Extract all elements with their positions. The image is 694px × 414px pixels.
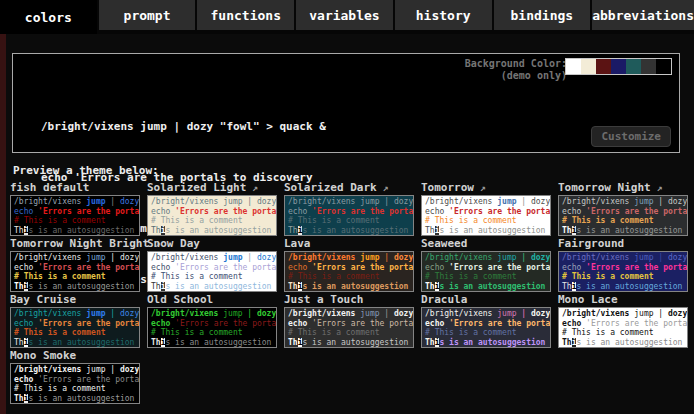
sample-line-autosuggestion: This is an autosuggestion: [14, 394, 139, 404]
theme-title[interactable]: Just a Touch: [284, 293, 414, 305]
sample-line-command: /bright/vixens jump | dozy "fowl" > quac…: [288, 197, 413, 207]
sample-line-error: echo 'Errors are the portals to discover…: [14, 263, 139, 273]
background-swatch-5[interactable]: [641, 59, 656, 74]
theme-preview[interactable]: /bright/vixens jump | dozy "fowl" > quac…: [10, 251, 140, 292]
sample-line-comment: # This is a comment: [425, 272, 550, 282]
theme-title[interactable]: Dracula: [421, 293, 551, 305]
sample-line-autosuggestion: This is an autosuggestion: [14, 338, 139, 348]
tab-variables[interactable]: variables: [296, 0, 393, 30]
theme-title[interactable]: Mono Lace: [558, 293, 688, 305]
external-link-icon[interactable]: ↗: [246, 182, 258, 193]
customize-button[interactable]: Customize: [591, 126, 671, 147]
sample-line-command: /bright/vixens jump | dozy "fowl" > quac…: [288, 253, 413, 263]
sample-line-error: echo 'Errors are the portals to discover…: [425, 207, 550, 217]
theme-preview[interactable]: /bright/vixens jump | dozy "fowl" > quac…: [284, 307, 414, 348]
sample-line-error: echo 'Errors are the portals to discover…: [562, 263, 687, 273]
external-link-icon[interactable]: ↗: [377, 182, 389, 193]
sample-line-error: echo 'Errors are the portals to discover…: [151, 263, 276, 273]
theme-preview[interactable]: /bright/vixens jump | dozy "fowl" > quac…: [10, 363, 140, 404]
background-swatch-1[interactable]: [581, 59, 596, 74]
sample-line-comment: # This is a comment: [14, 384, 139, 394]
tab-functions[interactable]: functions: [197, 0, 294, 30]
sample-line-error: echo 'Errors are the portals to discover…: [288, 263, 413, 273]
sample-line-comment: # This is a comment: [151, 216, 276, 226]
theme-preview[interactable]: /bright/vixens jump | dozy "fowl" > quac…: [147, 307, 277, 348]
theme-preview[interactable]: /bright/vixens jump | dozy "fowl" > quac…: [147, 195, 277, 236]
theme-preview[interactable]: /bright/vixens jump | dozy "fowl" > quac…: [147, 251, 277, 292]
terminal-preview-panel: Background Color: (demo only) /bright/vi…: [12, 53, 680, 153]
theme-title[interactable]: Bay Cruise: [10, 293, 140, 305]
theme-title[interactable]: Snow Day: [147, 237, 277, 249]
theme-preview[interactable]: /bright/vixens jump | dozy "fowl" > quac…: [558, 307, 688, 348]
theme-title[interactable]: Mono Smoke: [10, 349, 140, 361]
sample-line-comment: # This is a comment: [14, 328, 139, 338]
sample-line-command: /bright/vixens jump | dozy "fowl" > quac…: [41, 118, 326, 135]
sample-line-comment: # This is a comment: [14, 272, 139, 282]
theme-preview[interactable]: /bright/vixens jump | dozy "fowl" > quac…: [558, 251, 688, 292]
tab-prompt[interactable]: prompt: [99, 0, 196, 30]
theme-preview[interactable]: /bright/vixens jump | dozy "fowl" > quac…: [421, 307, 551, 348]
background-color-label: Background Color: (demo only): [465, 58, 567, 82]
background-swatch-3[interactable]: [611, 59, 626, 74]
background-color-label-line1: Background Color:: [465, 58, 567, 70]
theme-title[interactable]: Lava: [284, 237, 414, 249]
external-link-icon[interactable]: ↗: [474, 182, 486, 193]
theme-preview[interactable]: /bright/vixens jump | dozy "fowl" > quac…: [10, 307, 140, 348]
sample-line-command: /bright/vixens jump | dozy "fowl" > quac…: [562, 309, 687, 319]
theme-card: Solarized Dark ↗/bright/vixens jump | do…: [284, 181, 414, 236]
background-swatch-2[interactable]: [596, 59, 611, 74]
sample-line-error: echo 'Errors are the portals to discover…: [14, 207, 139, 217]
sample-line-autosuggestion: This is an autosuggestion: [425, 226, 550, 236]
sample-line-autosuggestion: This is an autosuggestion: [562, 338, 687, 348]
sample-line-autosuggestion: This is an autosuggestion: [288, 338, 413, 348]
theme-title[interactable]: Seaweed: [421, 237, 551, 249]
theme-preview[interactable]: /bright/vixens jump | dozy "fowl" > quac…: [284, 251, 414, 292]
theme-card: Mono Smoke/bright/vixens jump | dozy "fo…: [10, 349, 140, 404]
sample-line-command: /bright/vixens jump | dozy "fowl" > quac…: [562, 197, 687, 207]
background-swatch-strip: [565, 58, 672, 75]
theme-preview[interactable]: /bright/vixens jump | dozy "fowl" > quac…: [421, 195, 551, 236]
theme-title[interactable]: Tomorrow Night Bright ↗: [10, 237, 140, 249]
sample-line-autosuggestion: This is an autosuggestion: [562, 282, 687, 292]
theme-preview[interactable]: /bright/vixens jump | dozy "fowl" > quac…: [421, 251, 551, 292]
theme-card: Solarized Light ↗/bright/vixens jump | d…: [147, 181, 277, 236]
tab-abbreviations[interactable]: abbreviations: [592, 0, 694, 30]
theme-preview[interactable]: /bright/vixens jump | dozy "fowl" > quac…: [284, 195, 414, 236]
sample-line-error: echo 'Errors are the portals to discover…: [288, 319, 413, 329]
theme-preview[interactable]: /bright/vixens jump | dozy "fowl" > quac…: [558, 195, 688, 236]
theme-title[interactable]: Tomorrow Night ↗: [558, 181, 688, 193]
theme-title[interactable]: Solarized Dark ↗: [284, 181, 414, 193]
theme-title[interactable]: Tomorrow ↗: [421, 181, 551, 193]
sample-line-error: echo 'Errors are the portals to discover…: [562, 207, 687, 217]
background-swatch-6[interactable]: [656, 59, 671, 74]
tab-colors[interactable]: colors: [0, 0, 97, 34]
theme-preview[interactable]: /bright/vixens jump | dozy "fowl" > quac…: [10, 195, 140, 236]
theme-card: Snow Day/bright/vixens jump | dozy "fowl…: [147, 237, 277, 292]
sample-line-comment: # This is a comment: [151, 328, 276, 338]
theme-title[interactable]: Old School: [147, 293, 277, 305]
theme-card: Seaweed/bright/vixens jump | dozy "fowl"…: [421, 237, 551, 292]
sample-line-autosuggestion: This is an autosuggestion: [288, 282, 413, 292]
sample-line-comment: # This is a comment: [562, 216, 687, 226]
sample-line-autosuggestion: This is an autosuggestion: [425, 338, 550, 348]
theme-card: Tomorrow Night Bright ↗/bright/vixens ju…: [10, 237, 140, 292]
tab-history[interactable]: history: [395, 0, 492, 30]
sample-line-command: /bright/vixens jump | dozy "fowl" > quac…: [14, 253, 139, 263]
sample-line-command: /bright/vixens jump | dozy "fowl" > quac…: [425, 197, 550, 207]
sample-line-command: /bright/vixens jump | dozy "fowl" > quac…: [425, 253, 550, 263]
background-swatch-0[interactable]: [566, 59, 581, 74]
theme-title[interactable]: Solarized Light ↗: [147, 181, 277, 193]
theme-card: Mono Lace/bright/vixens jump | dozy "fow…: [558, 293, 688, 348]
sample-line-command: /bright/vixens jump | dozy "fowl" > quac…: [14, 365, 139, 375]
sample-line-autosuggestion: This is an autosuggestion: [151, 226, 276, 236]
theme-title[interactable]: Fairground: [558, 237, 688, 249]
sample-line-autosuggestion: This is an autosuggestion: [562, 226, 687, 236]
external-link-icon[interactable]: ↗: [651, 182, 663, 193]
theme-title[interactable]: fish default: [10, 181, 140, 193]
theme-grid: fish default/bright/vixens jump | dozy "…: [10, 181, 688, 404]
sample-line-autosuggestion: This is an autosuggestion: [14, 226, 139, 236]
background-swatch-4[interactable]: [626, 59, 641, 74]
theme-card: Lava/bright/vixens jump | dozy "fowl" > …: [284, 237, 414, 292]
theme-card: Tomorrow Night ↗/bright/vixens jump | do…: [558, 181, 688, 236]
tab-bindings[interactable]: bindings: [494, 0, 591, 30]
